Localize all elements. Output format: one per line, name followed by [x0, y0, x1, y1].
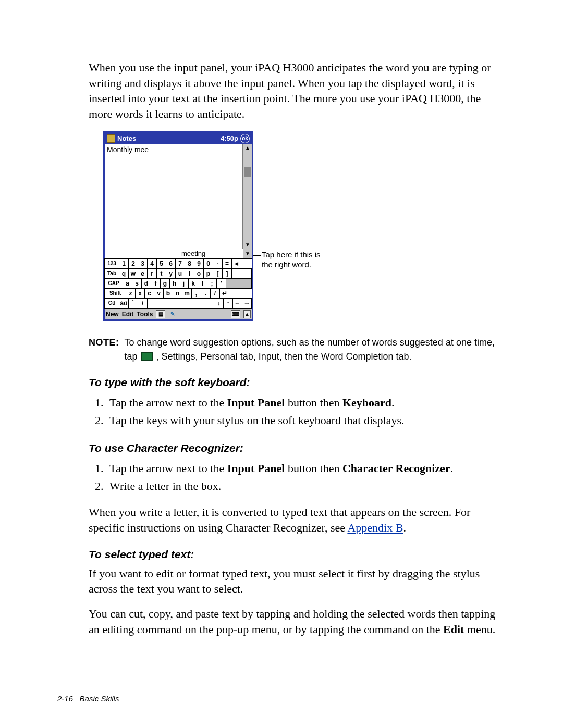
key-[[interactable]: [ — [213, 268, 223, 279]
select-text-p2: You can cut, copy, and paste text by tap… — [89, 606, 500, 637]
key-e[interactable]: e — [138, 268, 148, 279]
scrollbar[interactable]: ▲ ▼ — [243, 144, 252, 249]
scroll-up-icon[interactable]: ▲ — [243, 144, 252, 152]
attachment-icon[interactable]: ▤ — [156, 310, 165, 318]
key-8[interactable]: 8 — [185, 258, 194, 269]
clock-label: 4:50p — [221, 134, 238, 142]
menu-edit[interactable]: Edit — [122, 311, 134, 318]
key-123[interactable]: 123 — [104, 258, 119, 269]
key-s[interactable]: s — [132, 278, 142, 289]
device-screenshot: Notes 4:50p ok Monthly mee ▲ ▼ meeting ▼ — [103, 131, 253, 321]
key-=[interactable]: = — [222, 258, 232, 269]
soft-keyboard[interactable]: 1231234567890-=◄ Tabqwertyuiop[] CAPasdf… — [105, 258, 252, 309]
key-y[interactable]: y — [166, 268, 176, 279]
ok-button[interactable]: ok — [240, 134, 250, 143]
key-4[interactable]: 4 — [147, 258, 157, 269]
key-w[interactable]: w — [128, 268, 138, 279]
note-label: NOTE: — [89, 336, 119, 350]
key-'[interactable]: ' — [216, 278, 226, 289]
key-d[interactable]: d — [141, 278, 151, 289]
key-◄[interactable]: ◄ — [231, 258, 241, 269]
heading-char-recognizer: To use Character Recognizer: — [89, 442, 500, 454]
key-n[interactable]: n — [173, 288, 182, 299]
key-9[interactable]: 9 — [194, 258, 204, 269]
key-Tab[interactable]: Tab — [104, 268, 119, 279]
word-suggestion[interactable]: meeting — [178, 249, 209, 258]
step-cr-1: Tap the arrow next to the Input Panel bu… — [106, 460, 500, 477]
app-title: Notes — [117, 134, 136, 142]
input-panel-arrow-icon[interactable]: ▲ — [243, 310, 251, 318]
suggestion-dropdown-icon[interactable]: ▼ — [243, 249, 252, 258]
key-o[interactable]: o — [194, 268, 204, 279]
key-1[interactable]: 1 — [119, 258, 129, 269]
key-r[interactable]: r — [147, 268, 157, 279]
typed-text: Monthly mee — [107, 145, 149, 154]
key-p[interactable]: p — [203, 268, 213, 279]
scroll-thumb[interactable] — [244, 167, 251, 177]
suggestion-spacer-right — [209, 249, 243, 258]
key-0[interactable]: 0 — [203, 258, 213, 269]
callout-line-2: the right word. — [262, 260, 321, 270]
key-t[interactable]: t — [156, 268, 166, 279]
key-u[interactable]: u — [175, 268, 185, 279]
step-cr-2: Write a letter in the box. — [106, 477, 500, 495]
key-→[interactable]: → — [242, 298, 252, 309]
key-,[interactable]: , — [191, 288, 201, 299]
select-text-p1: If you want to edit or format typed text… — [89, 566, 500, 597]
key-x[interactable]: x — [135, 288, 145, 299]
key-space[interactable] — [147, 298, 214, 309]
appendix-b-link[interactable]: Appendix B — [347, 521, 403, 534]
key-g[interactable]: g — [160, 278, 170, 289]
key-3[interactable]: 3 — [138, 258, 148, 269]
key-5[interactable]: 5 — [156, 258, 166, 269]
device-bottom-bar: New Edit Tools ▤ ✎ ⌨ ▲ — [105, 309, 252, 319]
key-↵[interactable]: ↵ — [219, 288, 229, 299]
key-z[interactable]: z — [126, 288, 136, 299]
key-↑[interactable]: ↑ — [223, 298, 233, 309]
key-c[interactable]: c — [144, 288, 154, 299]
key-][interactable]: ] — [222, 268, 232, 279]
note-text-area[interactable]: Monthly mee — [105, 144, 243, 249]
key-Ctl[interactable]: Ctl — [104, 298, 119, 309]
key-q[interactable]: q — [119, 268, 129, 279]
key-j[interactable]: j — [179, 278, 189, 289]
key-v[interactable]: v — [154, 288, 164, 299]
menu-new[interactable]: New — [106, 311, 119, 318]
step-kb-2: Tap the keys with your stylus on the sof… — [106, 412, 500, 429]
key-/[interactable]: / — [210, 288, 220, 299]
callout-text: Tap here if this is the right word. — [262, 250, 321, 270]
keyboard-toggle-icon[interactable]: ⌨ — [231, 310, 240, 318]
key-CAP[interactable]: CAP — [104, 278, 123, 289]
key-f[interactable]: f — [151, 278, 161, 289]
page-footer: 2-16 Basic Skills — [57, 694, 119, 703]
key-k[interactable]: k — [188, 278, 198, 289]
key-.[interactable]: . — [201, 288, 211, 299]
key-l[interactable]: l — [198, 278, 207, 289]
key-a[interactable]: a — [123, 278, 132, 289]
key-2[interactable]: 2 — [128, 258, 138, 269]
footer-page-number: 2-16 — [57, 694, 73, 703]
key-b[interactable]: b — [163, 288, 173, 299]
key-h[interactable]: h — [169, 278, 179, 289]
scroll-down-icon[interactable]: ▼ — [243, 241, 252, 249]
key-↓[interactable]: ↓ — [214, 298, 224, 309]
key-m[interactable]: m — [182, 288, 192, 299]
key-Shift[interactable]: Shift — [104, 288, 126, 299]
key-i[interactable]: i — [185, 268, 194, 279]
text-caret — [149, 146, 149, 154]
key-←[interactable]: ← — [232, 298, 242, 309]
key-6[interactable]: 6 — [166, 258, 176, 269]
key-7[interactable]: 7 — [175, 258, 185, 269]
key-\[interactable]: \ — [138, 298, 148, 309]
pen-icon[interactable]: ✎ — [168, 311, 177, 318]
key--[interactable]: - — [213, 258, 223, 269]
heading-select-text: To select typed text: — [89, 548, 500, 561]
menu-tools[interactable]: Tools — [137, 311, 153, 318]
key-áü[interactable]: áü — [119, 298, 129, 309]
heading-soft-keyboard: To type with the soft keyboard: — [89, 376, 500, 389]
footer-section-title: Basic Skills — [80, 694, 119, 703]
key-`[interactable]: ` — [128, 298, 138, 309]
callout-line-1: Tap here if this is — [262, 250, 321, 260]
key-;[interactable]: ; — [207, 278, 217, 289]
char-recognizer-explain: When you write a letter, it is converted… — [89, 504, 500, 535]
